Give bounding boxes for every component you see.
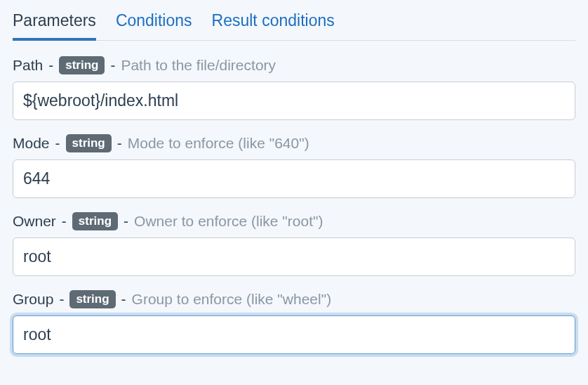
field-mode: Mode - string - Mode to enforce (like "6… — [13, 134, 575, 198]
field-mode-type-badge: string — [66, 134, 112, 152]
field-mode-label: Mode — [13, 135, 50, 152]
field-owner-label-row: Owner - string - Owner to enforce (like … — [13, 212, 575, 230]
owner-input[interactable] — [13, 237, 575, 276]
separator: - — [55, 135, 60, 152]
field-mode-label-row: Mode - string - Mode to enforce (like "6… — [13, 134, 575, 152]
field-path-label-row: Path - string - Path to the file/directo… — [13, 56, 575, 74]
field-mode-description: Mode to enforce (like "640") — [128, 135, 309, 152]
field-owner-type-badge: string — [72, 212, 118, 230]
group-input[interactable] — [13, 315, 575, 354]
field-group-label-row: Group - string - Group to enforce (like … — [13, 290, 575, 308]
separator: - — [117, 135, 122, 152]
field-path-description: Path to the file/directory — [121, 57, 276, 74]
field-group-label: Group — [13, 291, 53, 308]
tab-result-conditions[interactable]: Result conditions — [212, 11, 335, 40]
tab-conditions[interactable]: Conditions — [116, 11, 192, 40]
field-group: Group - string - Group to enforce (like … — [13, 290, 575, 354]
separator: - — [48, 57, 53, 74]
field-path: Path - string - Path to the file/directo… — [13, 56, 575, 120]
separator: - — [121, 291, 126, 308]
field-path-label: Path — [13, 57, 43, 74]
field-owner: Owner - string - Owner to enforce (like … — [13, 212, 575, 276]
path-input[interactable] — [13, 81, 575, 120]
parameters-form: Path - string - Path to the file/directo… — [13, 41, 575, 354]
field-group-description: Group to enforce (like "wheel") — [132, 291, 332, 308]
separator: - — [62, 213, 67, 230]
tab-parameters[interactable]: Parameters — [13, 11, 96, 40]
separator: - — [59, 291, 64, 308]
field-path-type-badge: string — [59, 56, 105, 74]
separator: - — [110, 57, 115, 74]
tabs-bar: Parameters Conditions Result conditions — [13, 0, 575, 41]
field-owner-label: Owner — [13, 213, 56, 230]
mode-input[interactable] — [13, 159, 575, 198]
field-owner-description: Owner to enforce (like "root") — [134, 213, 323, 230]
field-group-type-badge: string — [69, 290, 115, 308]
separator: - — [123, 213, 128, 230]
